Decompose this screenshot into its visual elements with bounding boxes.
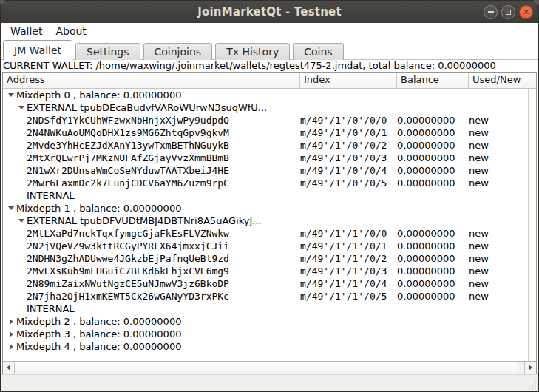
balance-cell: 0.00000000 [397, 253, 469, 264]
tab-jm-wallet[interactable]: JM Wallet [3, 40, 72, 60]
indent-spacer [3, 283, 27, 284]
indent-spacer [3, 246, 27, 246]
address-text: 2N2jVQeVZ9w3kttRCGyPYRLX64jmxxjCJii [27, 240, 229, 251]
used-new-cell: new [469, 152, 527, 163]
address-cell: 2MvFXsKub9mFHGuiC7BLKd6kLhjxCVE6mg9 [3, 265, 300, 277]
collapse-arrow-icon[interactable] [8, 93, 14, 97]
table-row-address[interactable]: 2N4NWKuAoUMQoDHX1zs9MG6ZhtqGpv9gkvMm/49'… [3, 126, 536, 139]
table-row-address[interactable]: 2Mwr6LaxmDc2k7EunjCDCV6aYM6Zuzm9rpCm/49'… [3, 177, 536, 189]
index-cell: m/49'/1'/1'/0/4 [300, 278, 397, 289]
indent-spacer [3, 195, 16, 196]
tab-settings[interactable]: Settings [75, 43, 140, 60]
used-new-cell: new [469, 266, 527, 277]
table-row-address[interactable]: 2MtLXaPd7nckTqxfymgcGjaFkEsFLVZNwkwm/49'… [3, 227, 536, 240]
indent-spacer [3, 132, 27, 133]
horizontal-scrollbar[interactable] [3, 361, 536, 374]
column-header-address[interactable]: Address [3, 73, 300, 88]
table-row-branch[interactable]: Mixdepth 1 , balance: 0.00000000 [3, 202, 536, 214]
address-text: 2MtXrQLwrPj7MKzNUFAfZGjayVvzXmmBBmB [27, 152, 229, 163]
expand-arrow-icon[interactable] [10, 344, 13, 350]
column-header-index[interactable]: Index [300, 73, 397, 88]
address-cell: INTERNAL [3, 303, 300, 315]
menu-item-about[interactable]: About [49, 24, 92, 38]
menu-item-wallet[interactable]: Wallet [4, 24, 49, 38]
tab-coins[interactable]: Coins [293, 43, 343, 60]
maximize-button[interactable] [501, 5, 515, 19]
title-bar[interactable]: JoinMarketQt - Testnet ✕ [1, 1, 538, 23]
branch-label: Mixdepth 0 , balance: 0.00000000 [16, 89, 181, 101]
expand-arrow-slot [6, 206, 16, 210]
index-cell: m/49'/1'/0'/0/3 [300, 152, 397, 163]
maximize-icon [506, 10, 511, 15]
current-wallet-label: CURRENT WALLET: /home/waxwing/.joinmarke… [1, 60, 538, 72]
resize-grip[interactable] [527, 380, 537, 390]
column-header-used-new[interactable]: Used/New [469, 73, 536, 88]
table-row-branch[interactable]: EXTERNAL tpubDEcaBudvfVARoWUrwN3suqWfU..… [3, 101, 536, 114]
tab-tx-history[interactable]: Tx History [215, 43, 290, 60]
branch-label: Mixdepth 4 , balance: 0.00000000 [16, 341, 181, 352]
index-cell: m/49'/1'/1'/0/3 [300, 266, 397, 277]
branch-label: Mixdepth 1 , balance: 0.00000000 [16, 203, 181, 214]
address-cell: 2MtXrQLwrPj7MKzNUFAfZGjayVvzXmmBBmB [3, 152, 300, 164]
balance-cell: 0.00000000 [397, 266, 469, 277]
address-cell: 2N1wXr2DUnsaWmCoSeNYduwTAATXbeiJ4HE [3, 164, 300, 177]
table-row-address[interactable]: 2MtXrQLwrPj7MKzNUFAfZGjayVvzXmmBBmBm/49'… [3, 152, 536, 164]
used-new-cell: new [469, 115, 527, 126]
indent-spacer [3, 308, 16, 309]
table-row-address[interactable]: 2N89miZaixNWutNgzCE5uNJmwV3jz6BkoDPm/49'… [3, 277, 536, 290]
table-row-address[interactable]: 2NDHN3gZhADUwwe4JGkzbEjPafnqUeBt9zdm/49'… [3, 252, 536, 265]
tab-bar: JM WalletSettingsCoinjoinsTx HistoryCoin… [1, 39, 538, 60]
used-new-cell: new [469, 165, 527, 176]
table-row-address[interactable]: 2N1wXr2DUnsaWmCoSeNYduwTAATXbeiJ4HEm/49'… [3, 164, 536, 177]
window-title: JoinMarketQt - Testnet [1, 5, 538, 18]
address-cell: 2N89miZaixNWutNgzCE5uNJmwV3jz6BkoDP [3, 277, 300, 290]
balance-cell: 0.00000000 [397, 140, 469, 151]
table-row-address[interactable]: 2NDSfdY1YkCUhWFzwxNbHnjxXjwPy9udpdQm/49'… [3, 114, 536, 126]
balance-cell: 0.00000000 [397, 228, 469, 239]
table-row-address[interactable]: 2MvFXsKub9mFHGuiC7BLKd6kLhjxCVE6mg9m/49'… [3, 265, 536, 277]
table-row-branch[interactable]: INTERNAL [3, 189, 536, 202]
used-new-cell: new [469, 253, 527, 264]
indent-spacer [3, 170, 27, 171]
collapse-arrow-icon[interactable] [18, 106, 24, 109]
tree-body: Mixdepth 0 , balance: 0.00000000EXTERNAL… [3, 89, 536, 361]
scroll-right-button[interactable] [524, 362, 536, 374]
close-button[interactable]: ✕ [519, 5, 533, 19]
address-text: 2NDSfdY1YkCUhWFzwxNbHnjxXjwPy9udpdQ [27, 115, 229, 126]
table-row-branch[interactable]: Mixdepth 0 , balance: 0.00000000 [3, 89, 536, 101]
table-row-address[interactable]: 2N7jha2QjH1xmKEWT5Cx26wGANyYD3rxPKcm/49'… [3, 290, 536, 303]
table-row-address[interactable]: 2Mvde3YhHcEZJdXAnY13ywTxmBEThNGuykBm/49'… [3, 139, 536, 152]
used-new-cell: new [469, 291, 527, 302]
table-row-branch[interactable]: EXTERNAL tpubDFVUDtMBJ4DBTNri8A5uAGikyJ.… [3, 214, 536, 227]
wallet-tree: AddressIndexBalanceUsed/New Mixdepth 0 ,… [2, 72, 537, 374]
address-cell: 2N2jVQeVZ9w3kttRCGyPYRLX64jmxxjCJii [3, 240, 300, 252]
used-new-cell: new [469, 278, 527, 289]
address-cell: 2NDHN3gZhADUwwe4JGkzbEjPafnqUeBt9zd [3, 252, 300, 265]
address-cell: 2MtLXaPd7nckTqxfymgcGjaFkEsFLVZNwkw [3, 227, 300, 240]
balance-cell: 0.00000000 [397, 178, 469, 189]
branch-label: Mixdepth 3 , balance: 0.00000000 [16, 328, 181, 339]
table-row-branch[interactable]: Mixdepth 3 , balance: 0.00000000 [3, 328, 536, 340]
scroll-left-button[interactable] [3, 362, 15, 374]
column-header-balance[interactable]: Balance [397, 73, 469, 88]
indent-spacer [3, 120, 27, 121]
index-cell: m/49'/1'/0'/0/5 [300, 178, 397, 189]
tab-coinjoins[interactable]: Coinjoins [143, 43, 213, 60]
used-new-cell: new [469, 240, 527, 251]
table-row-address[interactable]: 2N2jVQeVZ9w3kttRCGyPYRLX64jmxxjCJiim/49'… [3, 240, 536, 252]
indent-spacer [3, 220, 16, 221]
address-cell: Mixdepth 3 , balance: 0.00000000 [3, 328, 300, 340]
table-row-branch[interactable]: Mixdepth 2 , balance: 0.00000000 [3, 315, 536, 328]
status-bar [1, 374, 538, 391]
expand-arrow-icon[interactable] [10, 331, 13, 337]
collapse-arrow-icon[interactable] [8, 206, 14, 210]
table-row-branch[interactable]: Mixdepth 4 , balance: 0.00000000 [3, 340, 536, 353]
indent-spacer [3, 145, 27, 146]
scrollbar-thumb[interactable] [15, 362, 518, 374]
table-row-branch[interactable]: INTERNAL [3, 303, 536, 315]
branch-label: INTERNAL [27, 303, 75, 314]
collapse-arrow-icon[interactable] [18, 219, 24, 223]
minimize-button[interactable] [484, 5, 498, 19]
expand-arrow-icon[interactable] [10, 319, 13, 325]
branch-label: INTERNAL [27, 190, 75, 201]
